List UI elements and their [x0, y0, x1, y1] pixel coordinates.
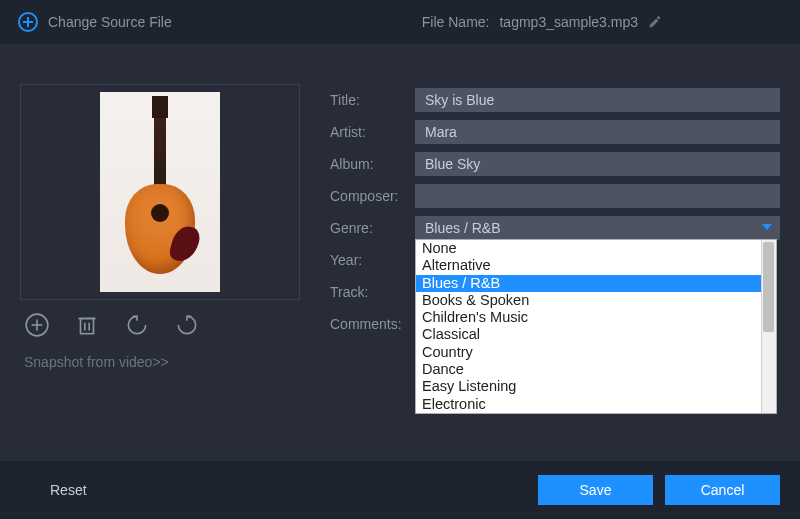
composer-label: Composer:	[330, 188, 415, 204]
rotate-right-icon[interactable]	[174, 312, 200, 338]
artwork-panel: Snapshot from video>>	[20, 84, 300, 374]
reset-button[interactable]: Reset	[50, 482, 87, 498]
genre-dropdown[interactable]: NoneAlternativeBlues / R&BBooks & Spoken…	[415, 239, 777, 414]
change-source-label: Change Source File	[48, 14, 172, 30]
rotate-left-icon[interactable]	[124, 312, 150, 338]
genre-option[interactable]: Alternative	[416, 257, 761, 274]
genre-option[interactable]: Electronic	[416, 396, 761, 413]
genre-selected-value: Blues / R&B	[425, 220, 500, 236]
title-label: Title:	[330, 92, 415, 108]
file-name-value: tagmp3_sample3.mp3	[499, 14, 638, 30]
save-button[interactable]: Save	[538, 475, 653, 505]
dropdown-scrollthumb[interactable]	[763, 242, 774, 332]
footer-bar: Reset Save Cancel	[0, 461, 800, 519]
genre-label: Genre:	[330, 220, 415, 236]
edit-filename-icon[interactable]	[648, 15, 662, 29]
delete-artwork-icon[interactable]	[74, 312, 100, 338]
plus-circle-icon	[18, 12, 38, 32]
genre-option[interactable]: Children's Music	[416, 309, 761, 326]
genre-option[interactable]: None	[416, 240, 761, 257]
file-name-label: File Name:	[422, 14, 490, 30]
artwork-image	[100, 92, 220, 292]
artwork-frame[interactable]	[20, 84, 300, 300]
genre-select[interactable]: Blues / R&B	[415, 216, 780, 240]
artist-label: Artist:	[330, 124, 415, 140]
cancel-button[interactable]: Cancel	[665, 475, 780, 505]
composer-input[interactable]	[415, 184, 780, 208]
add-artwork-icon[interactable]	[24, 312, 50, 338]
comments-label: Comments:	[330, 316, 415, 332]
chevron-down-icon	[762, 224, 772, 230]
title-input[interactable]	[415, 88, 780, 112]
snapshot-from-video-link[interactable]: Snapshot from video>>	[20, 350, 300, 374]
album-label: Album:	[330, 156, 415, 172]
artwork-toolbar	[20, 300, 300, 350]
artist-input[interactable]	[415, 120, 780, 144]
genre-option[interactable]: Blues / R&B	[416, 275, 761, 292]
file-name-group: File Name: tagmp3_sample3.mp3	[422, 14, 662, 30]
genre-option[interactable]: Classical	[416, 326, 761, 343]
year-label: Year:	[330, 252, 415, 268]
svg-rect-3	[81, 319, 94, 334]
genre-option[interactable]: Dance	[416, 361, 761, 378]
metadata-form: Title: Artist: Album: Composer: Genre: B…	[330, 84, 780, 374]
track-label: Track:	[330, 284, 415, 300]
genre-option[interactable]: Country	[416, 344, 761, 361]
genre-option[interactable]: Easy Listening	[416, 378, 761, 395]
change-source-button[interactable]: Change Source File	[18, 12, 172, 32]
dropdown-scrollbar[interactable]	[761, 240, 776, 413]
main-content: Snapshot from video>> Title: Artist: Alb…	[0, 44, 800, 374]
album-input[interactable]	[415, 152, 780, 176]
header-bar: Change Source File File Name: tagmp3_sam…	[0, 0, 800, 44]
genre-option[interactable]: Books & Spoken	[416, 292, 761, 309]
